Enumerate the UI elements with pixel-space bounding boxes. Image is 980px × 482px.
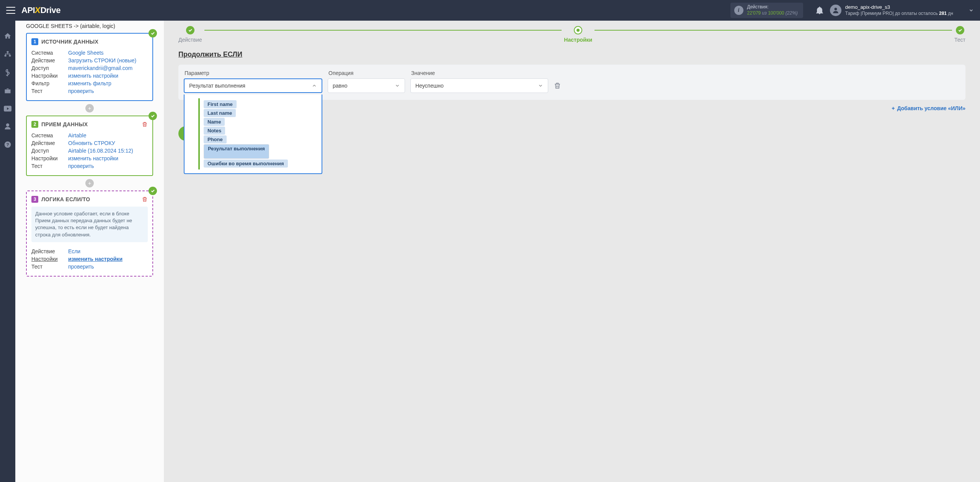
topbar: APIXDrive i Действия: 22'079 из 100'000 … bbox=[0, 0, 980, 21]
menu-toggle[interactable] bbox=[6, 7, 15, 14]
username: demo_apix-drive_s3 bbox=[845, 4, 953, 11]
tariff-line: Тариф |Премиум PRO| до оплаты осталось 2… bbox=[845, 11, 953, 17]
actions-label: Действия: bbox=[747, 4, 798, 10]
svg-point-0 bbox=[835, 8, 837, 10]
avatar[interactable] bbox=[830, 5, 841, 16]
notifications-icon[interactable] bbox=[816, 7, 823, 14]
actions-values: 22'079 из 100'000 (22%) bbox=[747, 10, 798, 16]
logo[interactable]: APIXDrive bbox=[21, 5, 60, 15]
info-icon: i bbox=[734, 6, 743, 15]
chevron-down-icon[interactable] bbox=[969, 8, 974, 13]
actions-quota[interactable]: i Действия: 22'079 из 100'000 (22%) bbox=[730, 3, 803, 18]
user-block[interactable]: demo_apix-drive_s3 Тариф |Премиум PRO| д… bbox=[845, 4, 953, 16]
